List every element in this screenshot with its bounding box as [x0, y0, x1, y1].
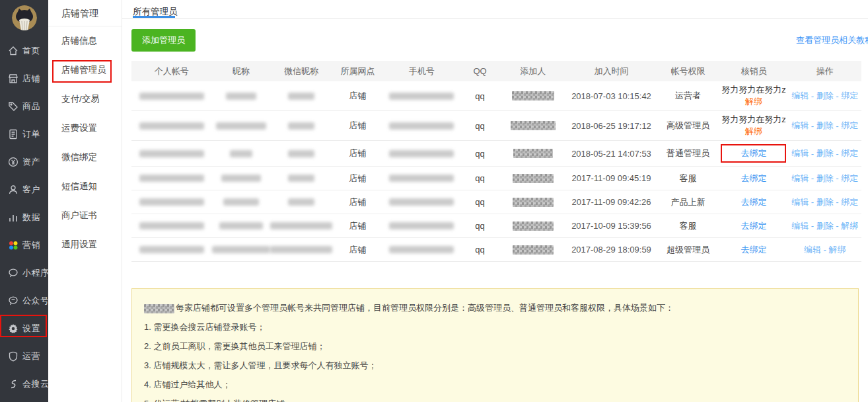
- official-account-icon: [8, 296, 18, 306]
- data-icon: [8, 212, 18, 223]
- redacted-blur: [139, 222, 204, 229]
- secondary-item-支付/交易[interactable]: 支付/交易: [48, 85, 122, 114]
- sidebar-item-marketing[interactable]: 营销: [0, 231, 48, 259]
- edit-link[interactable]: 编辑: [791, 173, 809, 184]
- secondary-item-店铺信息[interactable]: 店铺信息: [48, 26, 122, 56]
- op-separator: -: [834, 121, 842, 131]
- notice-intro-line: 每家店铺都可设置多个管理员帐号来共同管理店铺，目前管理员权限分别是：高级管理员、…: [144, 298, 846, 317]
- column-header: 微信昵称: [270, 65, 332, 77]
- redacted-blur: [288, 150, 314, 157]
- cell-network-text: 店铺: [349, 147, 367, 159]
- delete-link[interactable]: 删除: [816, 173, 834, 184]
- unbind-op-link[interactable]: 解绑: [841, 220, 858, 232]
- cell-added-by: [500, 91, 565, 100]
- notice-item: 3. 店铺规模太大，需让多人管理，且要求每个人有独立账号；: [144, 356, 846, 375]
- sidebar-item-settings[interactable]: 设置: [0, 315, 48, 342]
- secondary-item-店铺管理员[interactable]: 店铺管理员: [48, 56, 122, 85]
- edit-link[interactable]: 编辑: [791, 120, 809, 132]
- cell-role: 普通管理员: [657, 147, 719, 159]
- cell-qq: qq: [460, 197, 500, 207]
- cell-qq-text: qq: [475, 149, 484, 159]
- sidebar-item-label: 商品: [22, 100, 40, 112]
- sidebar-item-store[interactable]: 店铺: [0, 65, 48, 93]
- sidebar-item-operation[interactable]: 运营: [0, 342, 48, 370]
- secondary-item-通用设置[interactable]: 通用设置: [48, 230, 122, 259]
- redacted-blur: [389, 198, 454, 206]
- cell-network: 店铺: [332, 220, 383, 232]
- edit-link[interactable]: 编辑: [791, 220, 809, 232]
- bind-link[interactable]: 绑定: [841, 173, 858, 184]
- avatar[interactable]: [12, 5, 37, 30]
- cell-operations: 编辑 - 删除 - 绑定: [788, 120, 861, 132]
- edit-link[interactable]: 编辑: [791, 147, 809, 159]
- sidebar-item-customer[interactable]: 客户: [0, 176, 48, 204]
- delete-link[interactable]: 删除: [816, 220, 834, 232]
- redacted-mosaic: [511, 121, 556, 130]
- redacted-blur: [139, 93, 204, 100]
- cell-nickname: [212, 122, 270, 130]
- go-bind-link[interactable]: 去绑定: [741, 173, 766, 184]
- secondary-item-微信绑定[interactable]: 微信绑定: [48, 143, 122, 172]
- table-row: 店铺qq2018-07-03 10:15:42运营者努力努力在努力z解绑编辑 -…: [131, 81, 861, 111]
- cell-operations: 编辑 - 删除 - 绑定: [788, 147, 861, 159]
- delete-link[interactable]: 删除: [816, 90, 834, 102]
- delete-link[interactable]: 删除: [816, 196, 834, 208]
- cell-join-time: 2018-06-25 19:17:12: [565, 121, 657, 131]
- bind-link[interactable]: 绑定: [841, 196, 858, 208]
- sidebar-item-miniprogram[interactable]: 小程序: [0, 259, 48, 287]
- cell-network: 店铺: [332, 147, 383, 159]
- unbind-link[interactable]: 解绑: [745, 97, 762, 107]
- redacted-blur: [216, 122, 266, 130]
- delete-link[interactable]: 删除: [816, 147, 834, 159]
- op-separator: -: [834, 149, 842, 159]
- delete-link[interactable]: 删除: [816, 120, 834, 132]
- cell-role-text: 客服: [680, 173, 697, 184]
- edit-link[interactable]: 编辑: [804, 244, 821, 256]
- sidebar-item-order[interactable]: 订单: [0, 120, 48, 148]
- unbind-link[interactable]: 解绑: [745, 126, 762, 137]
- cell-network-text: 店铺: [349, 120, 367, 132]
- cell-qq-text: qq: [475, 173, 484, 183]
- cell-role: 运营者: [657, 90, 719, 102]
- cell-phone: [383, 93, 460, 100]
- bind-link[interactable]: 绑定: [841, 147, 858, 159]
- cell-added-by: [500, 198, 565, 207]
- notice-item: 4. 店铺过户给其他人；: [144, 375, 846, 394]
- sidebar-item-goods[interactable]: 商品: [0, 93, 48, 120]
- tab-all-admins[interactable]: 所有管理员: [133, 0, 178, 18]
- cell-verifier: 去绑定: [719, 144, 788, 163]
- secondary-item-商户证书[interactable]: 商户证书: [48, 201, 122, 230]
- cell-qq: qq: [460, 149, 500, 159]
- redacted-blur: [288, 122, 314, 130]
- cell-role-text: 超级管理员: [667, 244, 709, 256]
- sidebar-item-asset[interactable]: 资产: [0, 148, 48, 176]
- go-bind-link[interactable]: 去绑定: [741, 197, 766, 208]
- go-bind-link[interactable]: 去绑定: [741, 148, 766, 158]
- secondary-item-短信通知[interactable]: 短信通知: [48, 172, 122, 201]
- column-header: 手机号: [383, 65, 460, 77]
- unbind-op-link[interactable]: 解绑: [828, 244, 846, 256]
- sidebar-item-home[interactable]: 首页: [0, 37, 48, 65]
- sidebar-item-official-account[interactable]: 公众号: [0, 287, 48, 315]
- bind-link[interactable]: 绑定: [841, 120, 858, 132]
- tutorial-link-top[interactable]: 查看管理员相关教程: [796, 34, 868, 46]
- go-bind-link[interactable]: 去绑定: [741, 245, 766, 255]
- edit-link[interactable]: 编辑: [791, 196, 809, 208]
- column-header: QQ: [460, 66, 500, 76]
- go-bind-link[interactable]: 去绑定: [741, 221, 766, 231]
- sidebar-item-huisoucloud[interactable]: 会搜云: [0, 370, 48, 398]
- cell-account: [131, 222, 212, 229]
- cell-qq: qq: [460, 173, 500, 183]
- add-admin-button[interactable]: 添加管理员: [131, 29, 196, 52]
- secondary-item-运费设置[interactable]: 运费设置: [48, 114, 122, 143]
- redacted-blur: [288, 198, 314, 206]
- cell-network-text: 店铺: [349, 220, 367, 232]
- sidebar-item-data[interactable]: 数据: [0, 204, 48, 231]
- secondary-nav: 店铺信息店铺管理员支付/交易运费设置微信绑定短信通知商户证书通用设置: [48, 26, 122, 259]
- cell-join-time-text: 2017-11-09 09:45:19: [572, 173, 651, 183]
- admin-table-body: 店铺qq2018-07-03 10:15:42运营者努力努力在努力z解绑编辑 -…: [131, 81, 861, 262]
- column-header: 昵称: [212, 65, 270, 77]
- bind-link[interactable]: 绑定: [841, 90, 858, 102]
- cell-operations: 编辑 - 删除 - 绑定: [788, 90, 861, 102]
- edit-link[interactable]: 编辑: [791, 90, 809, 102]
